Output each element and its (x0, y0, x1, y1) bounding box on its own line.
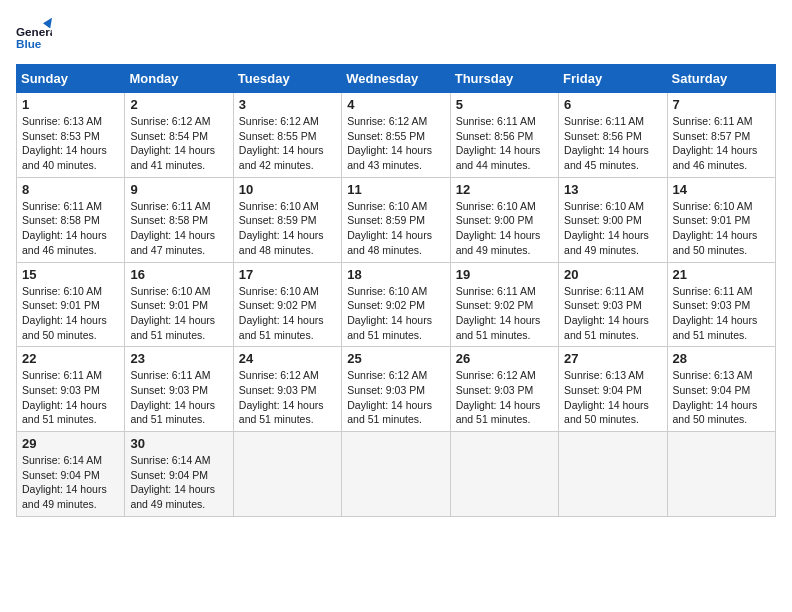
day-info: Sunrise: 6:11 AM Sunset: 8:58 PM Dayligh… (22, 199, 119, 258)
day-number: 12 (456, 182, 553, 197)
day-number: 28 (673, 351, 770, 366)
day-info: Sunrise: 6:14 AM Sunset: 9:04 PM Dayligh… (130, 453, 227, 512)
day-info: Sunrise: 6:10 AM Sunset: 9:01 PM Dayligh… (22, 284, 119, 343)
logo: General Blue (16, 16, 52, 52)
calendar-day: 13 Sunrise: 6:10 AM Sunset: 9:00 PM Dayl… (559, 177, 667, 262)
day-header-sunday: Sunday (17, 65, 125, 93)
calendar-day: 26 Sunrise: 6:12 AM Sunset: 9:03 PM Dayl… (450, 347, 558, 432)
day-info: Sunrise: 6:10 AM Sunset: 8:59 PM Dayligh… (239, 199, 336, 258)
day-number: 10 (239, 182, 336, 197)
day-info: Sunrise: 6:10 AM Sunset: 9:00 PM Dayligh… (564, 199, 661, 258)
calendar-day (667, 432, 775, 517)
calendar-day: 25 Sunrise: 6:12 AM Sunset: 9:03 PM Dayl… (342, 347, 450, 432)
day-info: Sunrise: 6:13 AM Sunset: 9:04 PM Dayligh… (564, 368, 661, 427)
day-info: Sunrise: 6:11 AM Sunset: 8:56 PM Dayligh… (456, 114, 553, 173)
day-number: 24 (239, 351, 336, 366)
calendar-day: 20 Sunrise: 6:11 AM Sunset: 9:03 PM Dayl… (559, 262, 667, 347)
day-number: 9 (130, 182, 227, 197)
day-number: 1 (22, 97, 119, 112)
day-info: Sunrise: 6:11 AM Sunset: 9:03 PM Dayligh… (673, 284, 770, 343)
day-info: Sunrise: 6:12 AM Sunset: 8:55 PM Dayligh… (239, 114, 336, 173)
day-number: 23 (130, 351, 227, 366)
calendar-header-row: SundayMondayTuesdayWednesdayThursdayFrid… (17, 65, 776, 93)
day-header-wednesday: Wednesday (342, 65, 450, 93)
day-info: Sunrise: 6:13 AM Sunset: 8:53 PM Dayligh… (22, 114, 119, 173)
calendar-day: 14 Sunrise: 6:10 AM Sunset: 9:01 PM Dayl… (667, 177, 775, 262)
day-number: 19 (456, 267, 553, 282)
logo-icon: General Blue (16, 16, 52, 52)
calendar-day: 11 Sunrise: 6:10 AM Sunset: 8:59 PM Dayl… (342, 177, 450, 262)
day-number: 16 (130, 267, 227, 282)
day-number: 22 (22, 351, 119, 366)
calendar-day: 21 Sunrise: 6:11 AM Sunset: 9:03 PM Dayl… (667, 262, 775, 347)
calendar-day: 7 Sunrise: 6:11 AM Sunset: 8:57 PM Dayli… (667, 93, 775, 178)
calendar-day: 27 Sunrise: 6:13 AM Sunset: 9:04 PM Dayl… (559, 347, 667, 432)
calendar-day: 12 Sunrise: 6:10 AM Sunset: 9:00 PM Dayl… (450, 177, 558, 262)
calendar-day: 22 Sunrise: 6:11 AM Sunset: 9:03 PM Dayl… (17, 347, 125, 432)
day-info: Sunrise: 6:11 AM Sunset: 8:57 PM Dayligh… (673, 114, 770, 173)
day-number: 17 (239, 267, 336, 282)
calendar-day (559, 432, 667, 517)
calendar-week-2: 8 Sunrise: 6:11 AM Sunset: 8:58 PM Dayli… (17, 177, 776, 262)
calendar-week-1: 1 Sunrise: 6:13 AM Sunset: 8:53 PM Dayli… (17, 93, 776, 178)
calendar-day: 19 Sunrise: 6:11 AM Sunset: 9:02 PM Dayl… (450, 262, 558, 347)
day-number: 5 (456, 97, 553, 112)
day-number: 25 (347, 351, 444, 366)
svg-text:Blue: Blue (16, 37, 42, 50)
day-info: Sunrise: 6:10 AM Sunset: 9:01 PM Dayligh… (673, 199, 770, 258)
calendar-day: 8 Sunrise: 6:11 AM Sunset: 8:58 PM Dayli… (17, 177, 125, 262)
calendar-day: 17 Sunrise: 6:10 AM Sunset: 9:02 PM Dayl… (233, 262, 341, 347)
day-number: 13 (564, 182, 661, 197)
calendar-day: 24 Sunrise: 6:12 AM Sunset: 9:03 PM Dayl… (233, 347, 341, 432)
day-info: Sunrise: 6:11 AM Sunset: 9:03 PM Dayligh… (22, 368, 119, 427)
calendar-day: 15 Sunrise: 6:10 AM Sunset: 9:01 PM Dayl… (17, 262, 125, 347)
day-info: Sunrise: 6:10 AM Sunset: 8:59 PM Dayligh… (347, 199, 444, 258)
day-number: 14 (673, 182, 770, 197)
day-info: Sunrise: 6:14 AM Sunset: 9:04 PM Dayligh… (22, 453, 119, 512)
day-number: 8 (22, 182, 119, 197)
day-number: 2 (130, 97, 227, 112)
calendar-day: 5 Sunrise: 6:11 AM Sunset: 8:56 PM Dayli… (450, 93, 558, 178)
day-number: 6 (564, 97, 661, 112)
day-info: Sunrise: 6:11 AM Sunset: 9:02 PM Dayligh… (456, 284, 553, 343)
calendar-day: 1 Sunrise: 6:13 AM Sunset: 8:53 PM Dayli… (17, 93, 125, 178)
day-info: Sunrise: 6:10 AM Sunset: 9:02 PM Dayligh… (347, 284, 444, 343)
day-info: Sunrise: 6:12 AM Sunset: 8:55 PM Dayligh… (347, 114, 444, 173)
day-info: Sunrise: 6:11 AM Sunset: 8:56 PM Dayligh… (564, 114, 661, 173)
day-info: Sunrise: 6:11 AM Sunset: 8:58 PM Dayligh… (130, 199, 227, 258)
calendar-day: 23 Sunrise: 6:11 AM Sunset: 9:03 PM Dayl… (125, 347, 233, 432)
day-info: Sunrise: 6:11 AM Sunset: 9:03 PM Dayligh… (130, 368, 227, 427)
day-info: Sunrise: 6:12 AM Sunset: 8:54 PM Dayligh… (130, 114, 227, 173)
calendar-day: 2 Sunrise: 6:12 AM Sunset: 8:54 PM Dayli… (125, 93, 233, 178)
page-header: General Blue (16, 16, 776, 52)
calendar-week-5: 29 Sunrise: 6:14 AM Sunset: 9:04 PM Dayl… (17, 432, 776, 517)
calendar-table: SundayMondayTuesdayWednesdayThursdayFrid… (16, 64, 776, 517)
day-info: Sunrise: 6:10 AM Sunset: 9:02 PM Dayligh… (239, 284, 336, 343)
calendar-day: 9 Sunrise: 6:11 AM Sunset: 8:58 PM Dayli… (125, 177, 233, 262)
calendar-day: 18 Sunrise: 6:10 AM Sunset: 9:02 PM Dayl… (342, 262, 450, 347)
day-info: Sunrise: 6:10 AM Sunset: 9:00 PM Dayligh… (456, 199, 553, 258)
day-header-tuesday: Tuesday (233, 65, 341, 93)
day-number: 21 (673, 267, 770, 282)
day-number: 20 (564, 267, 661, 282)
day-info: Sunrise: 6:12 AM Sunset: 9:03 PM Dayligh… (347, 368, 444, 427)
day-info: Sunrise: 6:10 AM Sunset: 9:01 PM Dayligh… (130, 284, 227, 343)
calendar-week-3: 15 Sunrise: 6:10 AM Sunset: 9:01 PM Dayl… (17, 262, 776, 347)
calendar-day (233, 432, 341, 517)
calendar-day: 4 Sunrise: 6:12 AM Sunset: 8:55 PM Dayli… (342, 93, 450, 178)
svg-text:General: General (16, 25, 52, 38)
calendar-day: 16 Sunrise: 6:10 AM Sunset: 9:01 PM Dayl… (125, 262, 233, 347)
calendar-day: 29 Sunrise: 6:14 AM Sunset: 9:04 PM Dayl… (17, 432, 125, 517)
day-info: Sunrise: 6:12 AM Sunset: 9:03 PM Dayligh… (456, 368, 553, 427)
calendar-day: 6 Sunrise: 6:11 AM Sunset: 8:56 PM Dayli… (559, 93, 667, 178)
calendar-day (450, 432, 558, 517)
day-number: 4 (347, 97, 444, 112)
day-number: 30 (130, 436, 227, 451)
day-number: 11 (347, 182, 444, 197)
day-number: 29 (22, 436, 119, 451)
calendar-day (342, 432, 450, 517)
day-header-saturday: Saturday (667, 65, 775, 93)
day-number: 15 (22, 267, 119, 282)
day-header-thursday: Thursday (450, 65, 558, 93)
calendar-day: 30 Sunrise: 6:14 AM Sunset: 9:04 PM Dayl… (125, 432, 233, 517)
